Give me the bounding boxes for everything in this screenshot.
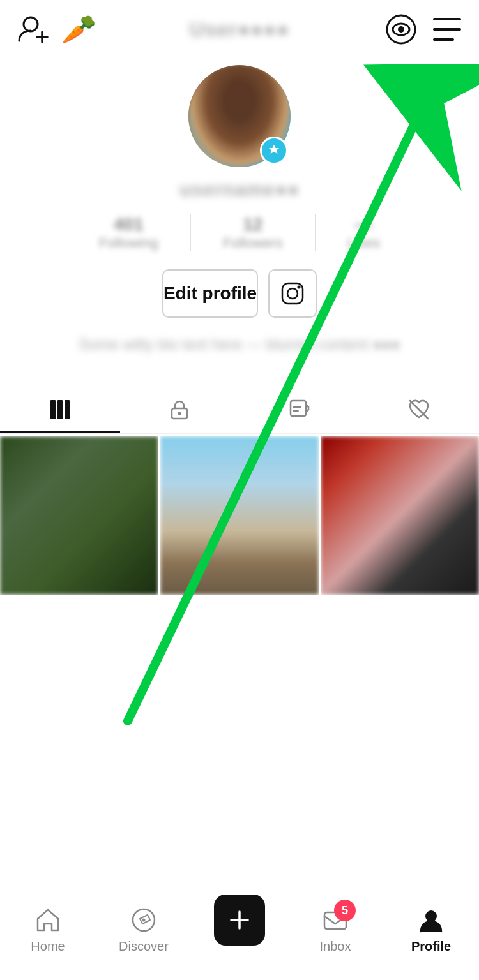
avatar-container	[188, 65, 291, 167]
post-thumbnail[interactable]	[160, 436, 319, 595]
tag-icon	[288, 398, 311, 421]
verified-badge	[260, 137, 288, 165]
bio-text: Some witty bio text here — blurred conte…	[53, 333, 426, 356]
posts-grid	[0, 436, 479, 595]
instagram-button[interactable]	[268, 269, 317, 318]
stats-row: 401 Following 12 Followers — Likes	[0, 214, 479, 251]
inbox-badge: 5	[334, 900, 356, 921]
menu-icon[interactable]	[433, 18, 461, 41]
stat-likes[interactable]: — Likes	[315, 214, 412, 251]
header-right	[384, 13, 461, 46]
post-thumbnail[interactable]	[321, 436, 479, 595]
svg-point-15	[178, 412, 181, 415]
eye-icon[interactable]	[384, 13, 418, 46]
post-button[interactable]	[214, 895, 265, 946]
action-buttons: Edit profile	[137, 269, 342, 318]
nav-item-discover[interactable]: Discover	[96, 905, 192, 954]
svg-point-29	[425, 910, 437, 922]
stat-followers[interactable]: 12 Followers	[190, 214, 315, 251]
nav-item-home[interactable]: Home	[0, 905, 96, 954]
nav-item-profile[interactable]: Profile	[383, 905, 479, 954]
nav-item-inbox[interactable]: 5 Inbox	[287, 905, 383, 954]
home-label: Home	[31, 939, 65, 954]
profile-section: username●● 401 Following 12 Followers — …	[0, 59, 479, 387]
edit-profile-button[interactable]: Edit profile	[162, 269, 258, 318]
home-icon	[33, 905, 63, 935]
svg-point-0	[24, 17, 38, 31]
tab-liked[interactable]	[360, 387, 480, 433]
lock-icon	[168, 398, 191, 421]
profile-nav-icon	[416, 905, 446, 935]
discover-icon	[128, 905, 159, 935]
svg-point-10	[298, 286, 301, 289]
stat-following[interactable]: 401 Following	[67, 214, 190, 251]
inbox-icon: 5	[320, 905, 351, 935]
profile-username: username●●	[179, 179, 300, 200]
svg-rect-16	[291, 401, 306, 416]
likes-count: —	[355, 214, 373, 235]
tab-tagged[interactable]	[240, 387, 360, 433]
nav-item-post[interactable]: Post	[192, 895, 287, 964]
header: 🥕 User●●●●	[0, 0, 479, 59]
following-count: 401	[114, 214, 144, 235]
content-tabs	[0, 387, 479, 434]
svg-point-9	[287, 288, 298, 299]
following-label: Following	[99, 235, 158, 251]
svg-rect-13	[65, 400, 70, 419]
header-left: 🥕	[18, 13, 96, 46]
grid-icon	[49, 398, 72, 421]
plus-icon	[226, 907, 253, 933]
profile-label: Profile	[411, 939, 451, 954]
tab-grid[interactable]	[0, 387, 120, 433]
profile-username-header: User●●●●	[190, 18, 289, 41]
heart-off-icon	[407, 398, 430, 421]
post-thumbnail[interactable]	[0, 436, 158, 595]
discover-label: Discover	[119, 939, 169, 954]
followers-label: Followers	[223, 235, 283, 251]
likes-label: Likes	[347, 235, 380, 251]
carrot-icon[interactable]: 🥕	[61, 15, 96, 43]
inbox-label: Inbox	[320, 939, 351, 954]
svg-point-25	[142, 919, 146, 922]
svg-point-5	[398, 26, 404, 33]
add-user-icon[interactable]	[18, 13, 51, 46]
followers-count: 12	[243, 214, 262, 235]
svg-rect-11	[50, 400, 56, 419]
bottom-nav: Home Discover Post 5	[0, 891, 479, 980]
svg-rect-12	[57, 400, 63, 419]
instagram-icon	[280, 281, 305, 306]
tab-private[interactable]	[120, 387, 240, 433]
